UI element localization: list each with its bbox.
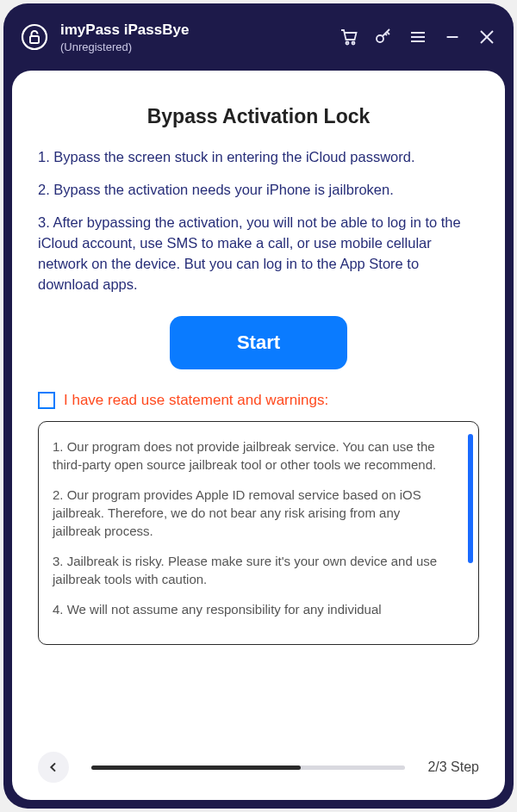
key-icon[interactable] (372, 26, 395, 48)
back-button[interactable] (38, 752, 69, 783)
close-icon[interactable] (476, 26, 498, 48)
svg-point-4 (377, 35, 383, 42)
footer: 2/3 Step (38, 717, 479, 783)
terms-scrollbar[interactable] (468, 434, 473, 563)
instruction-step-2: 2. Bypass the activation needs your iPho… (38, 180, 479, 201)
progress-fill (91, 766, 301, 770)
progress-bar (91, 766, 405, 770)
terms-box: 1. Our program does not provide jailbrea… (38, 421, 479, 645)
app-window: imyPass iPassBye (Unregistered) (3, 3, 514, 809)
titlebar: imyPass iPassBye (Unregistered) (3, 3, 514, 71)
terms-content: 1. Our program does not provide jailbrea… (53, 437, 451, 618)
terms-item-1: 1. Our program does not provide jailbrea… (53, 437, 451, 474)
page-title: Bypass Activation Lock (38, 105, 479, 128)
terms-item-2: 2. Our program provides Apple ID removal… (53, 486, 451, 540)
menu-icon[interactable] (407, 26, 429, 48)
agree-checkbox[interactable] (38, 392, 55, 409)
instruction-step-3: 3. After bypassing the activation, you w… (38, 213, 479, 295)
main-content: Bypass Activation Lock 1. Bypass the scr… (12, 71, 505, 800)
terms-item-4: 4. We will not assume any responsibility… (53, 600, 451, 618)
app-subtitle: (Unregistered) (60, 40, 189, 53)
chevron-left-icon (47, 760, 60, 774)
instruction-step-1: 1. Bypass the screen stuck in entering t… (38, 147, 479, 168)
cart-icon[interactable] (338, 26, 360, 48)
minimize-icon[interactable] (441, 26, 464, 48)
start-button[interactable]: Start (170, 316, 347, 369)
terms-item-3: 3. Jailbreak is risky. Please make sure … (53, 552, 451, 588)
titlebar-actions (338, 26, 498, 48)
app-title: imyPass iPassBye (60, 22, 189, 39)
agree-label: I have read use statement and warnings: (64, 392, 328, 409)
titlebar-left: imyPass iPassBye (Unregistered) (19, 22, 189, 53)
agree-row: I have read use statement and warnings: (38, 392, 479, 409)
svg-point-3 (352, 42, 355, 45)
svg-point-2 (346, 42, 349, 45)
step-indicator: 2/3 Step (427, 759, 479, 775)
svg-rect-1 (30, 36, 39, 43)
app-logo-icon (19, 22, 50, 53)
